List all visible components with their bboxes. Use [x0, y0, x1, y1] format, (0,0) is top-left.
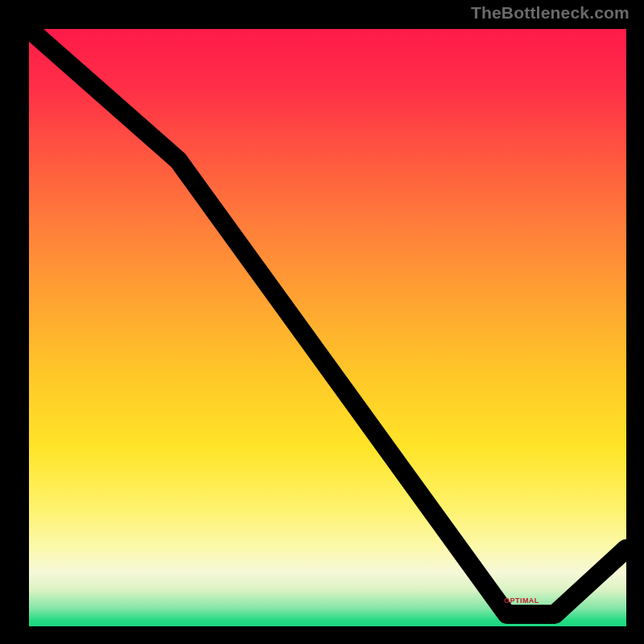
chart-frame: TheBottleneck.com OPTIMAL	[0, 0, 644, 644]
bottleneck-curve-line	[29, 29, 626, 614]
optimal-annotation: OPTIMAL	[504, 597, 539, 605]
chart-svg	[29, 29, 626, 626]
plot-area: OPTIMAL	[29, 29, 626, 626]
watermark-text: TheBottleneck.com	[471, 3, 630, 23]
